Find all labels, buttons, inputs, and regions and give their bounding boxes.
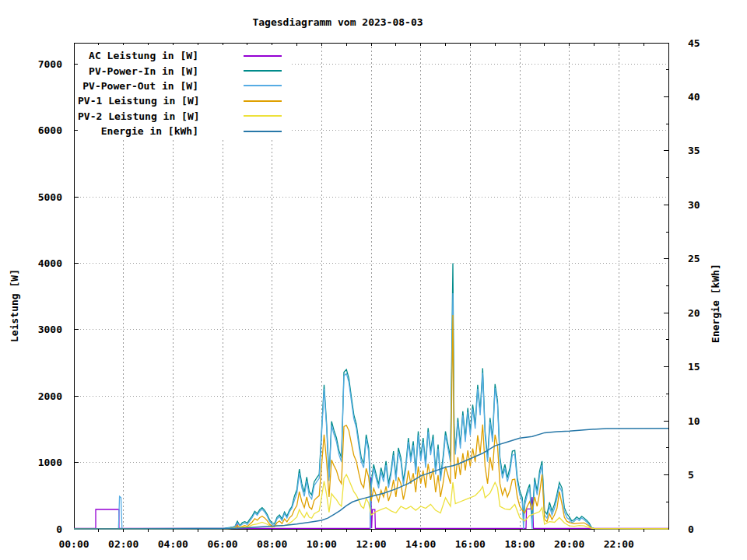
y-right-tick-label: 10 (688, 415, 700, 427)
y-left-tick-label: 4000 (38, 257, 62, 269)
y-right-tick-label: 45 (688, 37, 700, 49)
legend-item-ac-leistung-in-w-: AC Leistung in [W] (78, 48, 289, 63)
legend-item-energie-in-kwh-: Energie in [kWh] (78, 124, 289, 138)
y-axis-label-right: Energie [kWh] (710, 264, 721, 343)
legend: AC Leistung in [W]PV-Power-In in [W]PV-P… (78, 45, 289, 138)
x-tick-label: 18:00 (504, 538, 535, 550)
y-left-tick-label: 0 (56, 523, 62, 535)
y-right-tick-label: 25 (688, 253, 700, 264)
y-left-tick-label: 3000 (38, 324, 62, 335)
x-tick-label: 22:00 (604, 538, 634, 550)
legend-item-pv-power-out-in-w-: PV-Power-Out in [W] (78, 79, 289, 93)
y-right-tick-label: 15 (688, 361, 700, 373)
legend-item-pv-2-leistung-in-w-: PV-2 Leistung in [W] (78, 109, 289, 124)
y-axis-label-left: Leistung [W] (9, 269, 20, 342)
y-left-tick-label: 7000 (38, 58, 62, 70)
y-right-tick-label: 40 (688, 91, 700, 103)
x-tick-label: 00:00 (58, 538, 89, 550)
y-right-tick-label: 30 (688, 199, 700, 211)
legend-item-line-sample (244, 85, 282, 86)
x-tick-label: 10:00 (307, 538, 337, 550)
y-right-tick-label: 0 (688, 523, 694, 535)
x-tick-label: 16:00 (455, 538, 486, 550)
x-tick-label: 06:00 (207, 538, 237, 550)
x-tick-label: 12:00 (356, 538, 386, 550)
chart-title: Tagesdiagramm vom 2023-08-03 (252, 16, 423, 28)
x-tick-label: 02:00 (108, 538, 139, 550)
legend-item-line-sample (244, 70, 282, 72)
x-tick-label: 20:00 (554, 538, 584, 550)
x-tick-label: 08:00 (257, 538, 287, 550)
legend-item-label: PV-Power-Out in [W] (78, 80, 198, 92)
y-left-tick-label: 1000 (38, 457, 62, 468)
series-line-pv-power-out-in-w- (74, 293, 668, 529)
y-right-tick-label: 5 (688, 469, 694, 481)
legend-item-pv-1-leistung-in-w-: PV-1 Leistung in [W] (78, 93, 289, 108)
y-right-tick-label: 35 (688, 145, 700, 156)
x-tick-label: 04:00 (158, 538, 188, 550)
legend-item-label: PV-Power-In in [W] (78, 65, 198, 77)
x-tick-label: 14:00 (405, 538, 436, 550)
legend-item-label: AC Leistung in [W] (78, 50, 198, 61)
legend-item-label: PV-2 Leistung in [W] (78, 110, 198, 122)
legend-item-pv-power-in-in-w-: PV-Power-In in [W] (78, 63, 289, 78)
y-left-tick-label: 5000 (38, 191, 62, 203)
legend-item-line-sample (244, 55, 282, 57)
y-right-tick-label: 20 (688, 307, 700, 319)
legend-item-line-sample (244, 131, 282, 132)
chart-container: 00:0002:0004:0006:0008:0010:0012:0014:00… (0, 0, 747, 560)
legend-item-line-sample (244, 100, 282, 102)
y-left-tick-label: 6000 (38, 124, 62, 136)
legend-item-line-sample (244, 115, 282, 117)
legend-item-label: Energie in [kWh] (78, 125, 198, 137)
legend-item-label: PV-1 Leistung in [W] (78, 95, 198, 107)
y-left-tick-label: 2000 (38, 390, 62, 402)
